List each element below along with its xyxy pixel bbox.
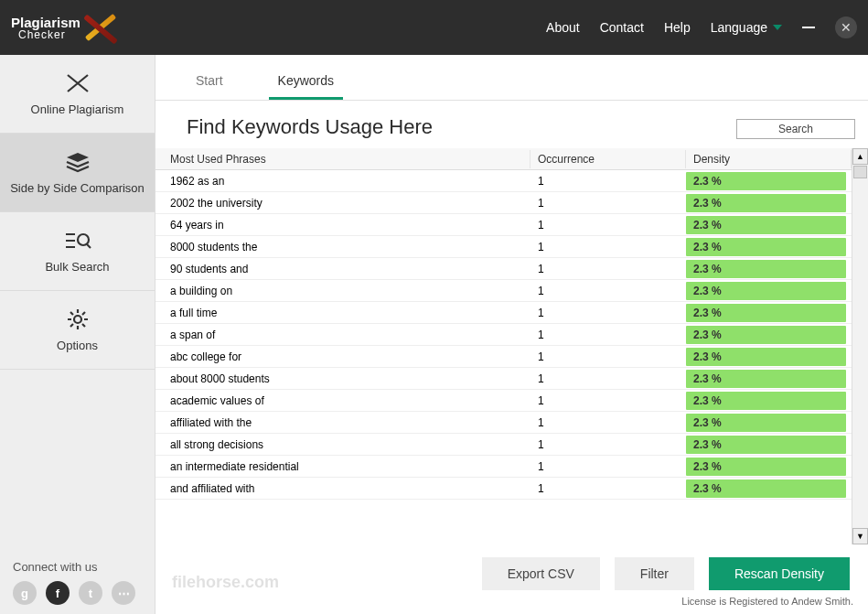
cell-density: 2.3 %: [686, 194, 846, 212]
sidebar-item-options[interactable]: Options: [0, 291, 155, 370]
logo-line2: Checker: [18, 29, 80, 40]
social-more-icon[interactable]: ⋯: [112, 581, 135, 605]
cell-occurrence: 1: [530, 348, 686, 366]
sidebar-item-label: Side by Side Comparison: [10, 181, 145, 195]
cell-density: 2.3 %: [686, 392, 846, 410]
cell-occurrence: 1: [530, 458, 686, 476]
table-row[interactable]: all strong decisions12.3 %: [155, 434, 852, 456]
cell-phrase: abc college for: [155, 348, 530, 366]
cell-occurrence: 1: [530, 479, 686, 498]
cell-density: 2.3 %: [686, 370, 846, 388]
nav-about[interactable]: About: [546, 20, 580, 35]
header-nav: About Contact Help Language ✕: [546, 16, 857, 38]
table-row[interactable]: 1962 as an12.3 %: [155, 170, 852, 192]
sidebar-item-side-by-side[interactable]: Side by Side Comparison: [0, 134, 155, 212]
cell-occurrence: 1: [530, 216, 686, 234]
chevron-down-icon: [773, 25, 782, 30]
cell-phrase: 90 students and: [155, 260, 530, 278]
cell-density: 2.3 %: [686, 304, 846, 322]
table-row[interactable]: a span of12.3 %: [155, 324, 852, 346]
social-t-icon[interactable]: t: [79, 581, 102, 605]
scroll-down-icon[interactable]: ▼: [852, 528, 868, 544]
col-occurrence[interactable]: Occurrence: [530, 150, 686, 168]
cell-density: 2.3 %: [686, 458, 846, 476]
cell-occurrence: 1: [530, 282, 686, 300]
nav-language[interactable]: Language: [711, 20, 782, 35]
table-row[interactable]: a full time12.3 %: [155, 302, 852, 324]
cell-occurrence: 1: [530, 436, 686, 454]
cell-density: 2.3 %: [686, 216, 846, 234]
table-row[interactable]: about 8000 students12.3 %: [155, 368, 852, 390]
table-row[interactable]: an intermediate residential12.3 %: [155, 456, 852, 478]
x-icon: [64, 71, 91, 95]
list-search-icon: [64, 229, 91, 253]
logo-text: Plagiarism Checker: [11, 16, 80, 40]
connect-label: Connect with us: [0, 551, 155, 581]
export-csv-button[interactable]: Export CSV: [482, 557, 600, 590]
app-header: Plagiarism Checker About Contact Help La…: [0, 0, 868, 55]
cell-phrase: 2002 the university: [155, 194, 530, 212]
svg-point-1: [74, 316, 81, 323]
social-facebook-icon[interactable]: f: [46, 581, 70, 605]
tab-keywords[interactable]: Keywords: [269, 68, 343, 100]
cell-density: 2.3 %: [686, 260, 846, 278]
app-body: Online Plagiarism Side by Side Compariso…: [0, 55, 868, 614]
table-row[interactable]: 64 years in12.3 %: [155, 214, 852, 236]
cell-density: 2.3 %: [686, 238, 846, 256]
cell-phrase: an intermediate residential: [155, 458, 530, 476]
search-button[interactable]: Search: [736, 119, 855, 139]
cell-occurrence: 1: [530, 392, 686, 410]
col-phrase[interactable]: Most Used Phrases: [155, 150, 530, 168]
cell-phrase: a building on: [155, 282, 530, 300]
close-button[interactable]: ✕: [835, 16, 857, 38]
sidebar-item-bulk-search[interactable]: Bulk Search: [0, 212, 155, 291]
table-row[interactable]: abc college for12.3 %: [155, 346, 852, 368]
table-row[interactable]: 2002 the university12.3 %: [155, 192, 852, 214]
keywords-table: Most Used Phrases Occurrence Density 196…: [155, 148, 868, 544]
cell-density: 2.3 %: [686, 282, 846, 300]
gear-icon: [64, 307, 91, 331]
cell-occurrence: 1: [530, 194, 686, 212]
cell-phrase: 8000 students the: [155, 238, 530, 256]
cell-occurrence: 1: [530, 414, 686, 432]
cell-occurrence: 1: [530, 238, 686, 256]
table-row[interactable]: affiliated with the12.3 %: [155, 412, 852, 434]
sidebar-item-label: Options: [57, 339, 98, 352]
filter-button[interactable]: Filter: [615, 557, 694, 590]
main-panel: Start Keywords Find Keywords Usage Here …: [155, 55, 868, 614]
sidebar-item-label: Bulk Search: [45, 260, 109, 274]
table-row[interactable]: 90 students and12.3 %: [155, 258, 852, 280]
scrollbar[interactable]: ▲ ▼: [852, 148, 868, 544]
sidebar-item-online-plagiarism[interactable]: Online Plagiarism: [0, 55, 155, 134]
cell-density: 2.3 %: [686, 436, 846, 454]
table-row[interactable]: a building on12.3 %: [155, 280, 852, 302]
cell-occurrence: 1: [530, 370, 686, 388]
table-row[interactable]: and affiliated with12.3 %: [155, 478, 852, 500]
cell-phrase: about 8000 students: [155, 370, 530, 388]
license-text: License is Registered to Andew Smith.: [155, 596, 868, 614]
nav-help[interactable]: Help: [664, 20, 691, 35]
svg-point-0: [78, 234, 89, 245]
cell-occurrence: 1: [530, 326, 686, 344]
sidebar-item-label: Online Plagiarism: [31, 102, 124, 116]
cell-occurrence: 1: [530, 260, 686, 278]
cell-phrase: all strong decisions: [155, 436, 530, 454]
cell-occurrence: 1: [530, 172, 686, 190]
table-row[interactable]: academic values of12.3 %: [155, 390, 852, 412]
table-row[interactable]: 8000 students the12.3 %: [155, 236, 852, 258]
tab-start[interactable]: Start: [187, 68, 232, 100]
page-title: Find Keywords Usage Here: [187, 115, 433, 139]
cell-density: 2.3 %: [686, 326, 846, 344]
scroll-thumb[interactable]: [853, 166, 867, 178]
minimize-button[interactable]: [802, 27, 815, 28]
social-g-icon[interactable]: g: [13, 581, 37, 605]
rescan-button[interactable]: Rescan Density: [709, 557, 850, 590]
cell-phrase: a full time: [155, 304, 530, 322]
sidebar: Online Plagiarism Side by Side Compariso…: [0, 55, 155, 614]
social-row: g f t ⋯: [0, 581, 155, 614]
scroll-up-icon[interactable]: ▲: [852, 148, 868, 165]
tabs: Start Keywords: [155, 55, 868, 101]
col-density[interactable]: Density: [686, 150, 852, 168]
nav-contact[interactable]: Contact: [600, 20, 644, 35]
cell-density: 2.3 %: [686, 172, 846, 190]
